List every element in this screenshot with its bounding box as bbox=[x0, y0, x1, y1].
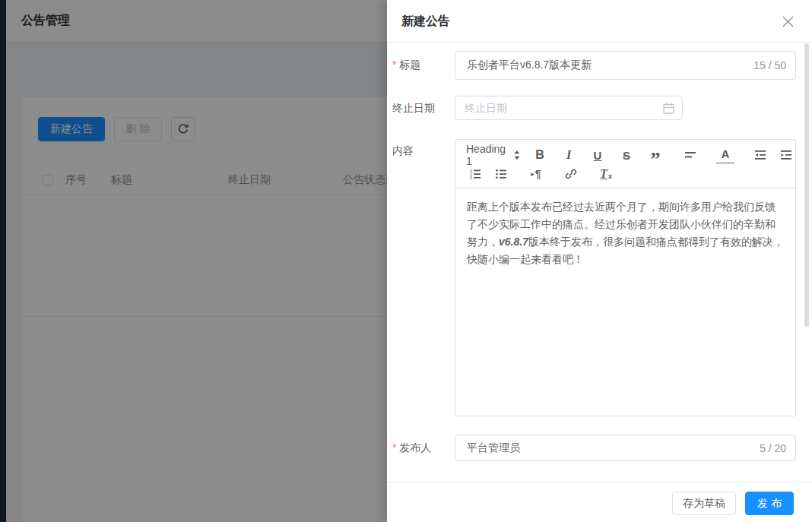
save-draft-button[interactable]: 存为草稿 bbox=[672, 492, 736, 515]
new-announcement-drawer: 新建公告 标题 15 / 50 终止日期 bbox=[387, 0, 812, 522]
title-label: 标题 bbox=[392, 59, 453, 72]
content-label: 内容 bbox=[392, 144, 453, 158]
text-direction-button[interactable]: ¶ bbox=[527, 165, 545, 183]
bold-button[interactable]: B bbox=[531, 146, 549, 164]
align-icon bbox=[684, 148, 697, 162]
drawer-scrollbar-thumb[interactable] bbox=[804, 43, 809, 327]
editor-toolbar: Heading 1 B I U S ” bbox=[455, 140, 795, 188]
title-input-wrapper: 15 / 50 bbox=[455, 51, 796, 80]
link-icon bbox=[564, 167, 578, 181]
ordered-list-button[interactable]: 1 2 3 bbox=[466, 165, 484, 183]
outdent-button[interactable] bbox=[751, 146, 769, 164]
app-window: 公告管理 新建公告 删 除 序号 标题 bbox=[0, 0, 812, 522]
title-char-counter: 15 / 50 bbox=[750, 59, 786, 71]
underline-button[interactable]: U bbox=[588, 146, 607, 164]
clear-format-button[interactable]: Tx bbox=[597, 165, 615, 183]
content-text-em: v6.8.7 bbox=[499, 236, 528, 248]
publisher-input[interactable] bbox=[455, 435, 795, 460]
heading-select-value: Heading 1 bbox=[466, 143, 508, 167]
publish-button[interactable]: 发 布 bbox=[745, 492, 794, 515]
select-arrows-icon bbox=[514, 150, 520, 160]
italic-button[interactable]: I bbox=[560, 146, 578, 164]
blockquote-button[interactable]: ” bbox=[646, 146, 665, 164]
bullet-list-button[interactable] bbox=[492, 165, 510, 183]
drawer-title: 新建公告 bbox=[401, 14, 450, 30]
close-icon[interactable] bbox=[780, 14, 795, 29]
footer-divider bbox=[387, 482, 812, 482]
end-date-input[interactable] bbox=[455, 96, 682, 119]
bullet-list-icon bbox=[494, 167, 508, 181]
calendar-icon bbox=[662, 102, 675, 115]
ordered-list-icon: 1 2 3 bbox=[468, 167, 482, 181]
svg-text:3: 3 bbox=[470, 176, 472, 180]
drawer-header: 新建公告 bbox=[387, 0, 812, 43]
editor-toolbar-row-2: 1 2 3 ¶ bbox=[466, 165, 795, 183]
link-button[interactable] bbox=[562, 165, 580, 183]
clear-format-t: T bbox=[600, 167, 607, 181]
publisher-label: 发布人 bbox=[392, 441, 453, 455]
editor-content-area[interactable]: 距离上个版本发布已经过去近两个月了，期间许多用户给我们反馈了不少实际工作中的痛点… bbox=[455, 188, 795, 416]
indent-icon bbox=[779, 148, 793, 162]
rich-text-editor: Heading 1 B I U S ” bbox=[455, 139, 796, 416]
end-date-picker[interactable] bbox=[455, 96, 683, 120]
text-color-button[interactable]: A bbox=[716, 146, 734, 164]
outdent-icon bbox=[753, 148, 767, 162]
clear-format-x: x bbox=[608, 172, 612, 180]
editor-toolbar-row-1: Heading 1 B I U S ” bbox=[466, 146, 795, 164]
heading-select[interactable]: Heading 1 bbox=[466, 143, 520, 167]
end-date-label: 终止日期 bbox=[392, 102, 453, 115]
title-input[interactable] bbox=[455, 52, 795, 79]
publisher-char-counter: 5 / 20 bbox=[756, 442, 786, 454]
align-button[interactable] bbox=[681, 146, 699, 164]
indent-button[interactable] bbox=[777, 146, 795, 164]
publisher-input-wrapper: 5 / 20 bbox=[455, 435, 796, 461]
strikethrough-button[interactable]: S bbox=[617, 146, 636, 164]
